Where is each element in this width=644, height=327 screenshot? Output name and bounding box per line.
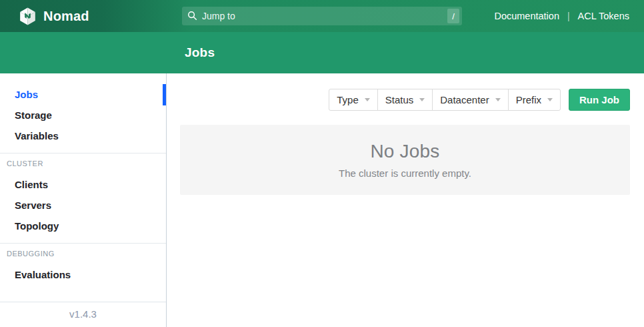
filter-status-dropdown[interactable]: Status [377,89,433,111]
sidebar: Jobs Storage Variables CLUSTER Clients S… [0,73,167,327]
sidebar-item-topology[interactable]: Topology [0,216,166,236]
sidebar-item-evaluations[interactable]: Evaluations [0,264,166,285]
page-subheader: Jobs [0,32,644,73]
empty-state: No Jobs The cluster is currently empty. [180,125,630,195]
filter-datacenter-dropdown[interactable]: Datacenter [432,89,508,111]
filter-label: Prefix [516,94,541,105]
keyboard-shortcut-badge: / [447,9,459,23]
filter-group: Type Status Datacenter Prefix [329,89,561,111]
documentation-link[interactable]: Documentation [494,11,559,21]
empty-state-message: The cluster is currently empty. [339,168,471,179]
nomad-brand-link[interactable]: Nomad [0,7,182,25]
page-title: Jobs [185,45,215,60]
filter-label: Status [385,94,414,105]
jump-to-search: / [182,7,462,25]
empty-state-title: No Jobs [370,141,439,162]
sidebar-item-clients[interactable]: Clients [0,174,166,195]
sidebar-divider [0,243,166,244]
filter-label: Datacenter [440,94,489,105]
run-job-button[interactable]: Run Job [569,89,630,111]
link-separator: | [567,11,570,21]
acl-tokens-link[interactable]: ACL Tokens [578,11,629,21]
sidebar-item-storage[interactable]: Storage [0,105,166,125]
chevron-down-icon [495,98,501,101]
jobs-toolbar: Type Status Datacenter Prefix Run Job [180,89,630,111]
sidebar-item-variables[interactable]: Variables [0,125,166,146]
sidebar-item-jobs[interactable]: Jobs [0,84,166,105]
main-panel: Type Status Datacenter Prefix Run Job [167,73,644,327]
sidebar-item-servers[interactable]: Servers [0,195,166,216]
sidebar-section-cluster: CLUSTER [7,159,166,168]
sidebar-section-debugging: DEBUGGING [7,250,166,258]
filter-prefix-dropdown[interactable]: Prefix [508,89,561,111]
navbar-links: Documentation | ACL Tokens [494,11,644,21]
sidebar-divider [0,153,166,153]
chevron-down-icon [547,98,553,101]
brand-name: Nomad [43,9,89,24]
version-label: v1.4.3 [0,302,166,327]
content-area: Jobs Storage Variables CLUSTER Clients S… [0,73,644,327]
top-navbar: Nomad / Documentation | ACL Tokens [0,0,644,32]
filter-label: Type [337,94,359,105]
search-input[interactable] [182,7,462,25]
sidebar-menu: Jobs Storage Variables CLUSTER Clients S… [0,73,166,302]
search-icon [187,11,197,21]
chevron-down-icon [419,98,425,101]
filter-type-dropdown[interactable]: Type [329,89,378,111]
nomad-logo-icon [19,7,37,25]
chevron-down-icon [365,98,370,101]
